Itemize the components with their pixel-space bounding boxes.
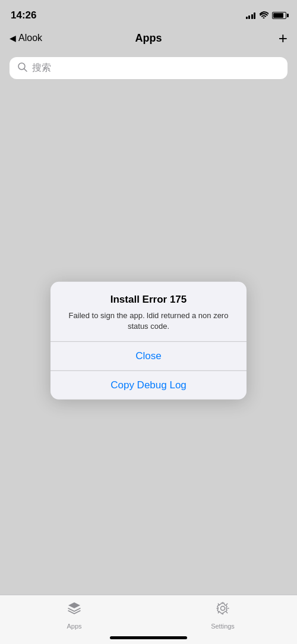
page-title: Apps [135,32,162,45]
signal-bars-icon [246,12,256,19]
main-content: Install Error 175 Failed to sign the app… [0,86,297,595]
tab-settings[interactable]: Settings [199,600,247,630]
alert-content: Install Error 175 Failed to sign the app… [50,282,247,341]
status-bar: 14:26 [0,0,297,26]
chevron-left-icon: ◀ [10,33,16,43]
back-label: Alook [18,33,42,43]
battery-icon [272,12,286,19]
status-icons [246,11,287,20]
close-button[interactable]: Close [50,342,247,370]
settings-tab-label: Settings [211,623,235,630]
alert-message: Failed to sign the app. ldid returned a … [62,310,235,332]
search-placeholder: 搜索 [32,62,51,74]
svg-point-2 [221,607,225,611]
alert-title: Install Error 175 [62,294,235,306]
search-container: 搜索 [0,52,297,86]
tab-apps[interactable]: Apps [50,600,98,630]
alert-dialog: Install Error 175 Failed to sign the app… [50,282,247,400]
apps-tab-label: Apps [67,623,81,630]
tab-bar: Apps Settings [0,595,297,644]
copy-debug-log-button[interactable]: Copy Debug Log [50,371,247,400]
search-bar[interactable]: 搜索 [10,57,287,79]
alert-overlay: Install Error 175 Failed to sign the app… [50,282,247,400]
svg-line-1 [24,68,27,71]
search-icon [18,62,27,74]
add-button[interactable]: + [279,30,287,46]
status-time: 14:26 [11,10,36,21]
nav-back-button[interactable]: ◀ Alook [10,33,42,43]
home-indicator [110,636,187,639]
nav-bar: ◀ Alook Apps + [0,26,297,52]
apps-tab-icon [66,600,83,621]
settings-tab-icon [214,600,231,621]
wifi-icon [259,11,268,20]
